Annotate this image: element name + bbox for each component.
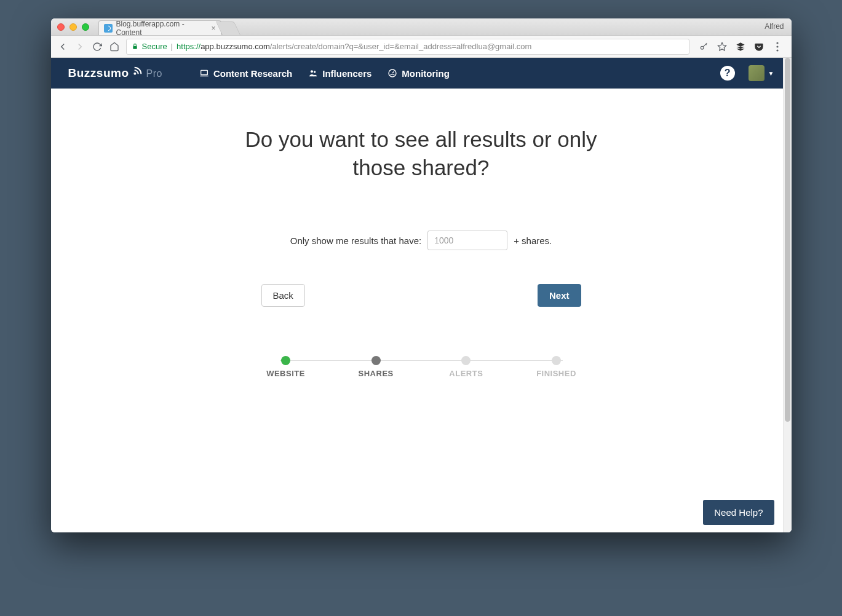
buffer-icon[interactable] [735, 41, 746, 52]
page-title: Do you want to see all results or only t… [221, 125, 621, 181]
pocket-icon[interactable] [753, 41, 765, 52]
step-label: FINISHED [536, 369, 576, 378]
window-close-button[interactable] [57, 23, 65, 31]
brand-tier: Pro [146, 68, 162, 79]
laptop-icon [199, 68, 209, 78]
user-menu[interactable]: ▼ [749, 65, 774, 81]
nav-item-monitoring[interactable]: Monitoring [387, 68, 449, 79]
tab-close-button[interactable]: × [211, 24, 215, 33]
step-label: WEBSITE [266, 369, 305, 378]
back-icon[interactable] [57, 41, 68, 52]
step-finished: FINISHED [531, 356, 581, 378]
svg-point-12 [314, 71, 316, 73]
step-dot [552, 356, 561, 365]
nav-label: Monitoring [402, 68, 449, 79]
window-minimize-button[interactable] [70, 23, 77, 31]
window-zoom-button[interactable] [82, 23, 89, 31]
traffic-lights [57, 23, 89, 31]
avatar [749, 65, 765, 81]
rss-icon [133, 66, 143, 76]
step-label: SHARES [359, 369, 394, 378]
prompt-prefix: Only show me results that have: [290, 235, 421, 246]
step-website: WEBSITE [261, 356, 311, 378]
svg-point-1 [701, 46, 704, 49]
nav-item-influencers[interactable]: Influencers [308, 68, 371, 79]
scrollbar-thumb[interactable] [785, 58, 790, 422]
svg-point-6 [776, 45, 778, 47]
prompt-suffix: + shares. [514, 235, 552, 246]
home-icon[interactable] [109, 41, 120, 52]
nav-item-content-research[interactable]: Content Research [199, 68, 292, 79]
shares-form-row: Only show me results that have: + shares… [51, 231, 792, 250]
nav-label: Content Research [213, 68, 292, 79]
window-title-bar: Blog.bufferapp.com - Content × Alfred [51, 18, 792, 36]
users-icon [308, 68, 318, 78]
need-help-button[interactable]: Need Help? [703, 500, 774, 525]
scrollbar[interactable] [783, 58, 792, 532]
step-alerts: ALERTS [442, 356, 491, 378]
profile-name: Alfred [765, 22, 784, 31]
extension-icons [696, 41, 785, 52]
step-dot [281, 356, 290, 365]
forward-icon [74, 41, 85, 52]
star-icon[interactable] [717, 41, 728, 52]
button-row: Back Next [261, 284, 581, 307]
more-icon[interactable] [772, 41, 783, 52]
step-label: ALERTS [449, 369, 483, 378]
viewport: Buzzsumo Pro Content Research Influencer… [51, 58, 792, 532]
browser-tab-active[interactable]: Blog.bufferapp.com - Content × [98, 20, 221, 35]
svg-rect-0 [133, 46, 137, 49]
svg-point-11 [311, 70, 313, 73]
progress-stepper: WEBSITE SHARES ALERTS FINISHED [261, 356, 581, 378]
key-icon[interactable] [698, 41, 709, 52]
next-button[interactable]: Next [538, 284, 581, 307]
url-text: https://app.buzzsumo.com/alerts/create/d… [177, 42, 531, 51]
dashboard-icon [387, 68, 397, 78]
secure-label: Secure [142, 42, 167, 51]
step-shares: SHARES [351, 356, 400, 378]
nav-label: Influencers [322, 68, 371, 79]
caret-down-icon: ▼ [768, 70, 774, 77]
app-window: Blog.bufferapp.com - Content × Alfred Se… [51, 18, 792, 532]
lock-icon [132, 43, 138, 50]
tab-title: Blog.bufferapp.com - Content [116, 20, 207, 37]
shares-input[interactable] [427, 231, 507, 250]
address-bar[interactable]: Secure | https://app.buzzsumo.com/alerts… [126, 39, 689, 55]
step-dot [371, 356, 381, 365]
brand-logo[interactable]: Buzzsumo Pro [68, 66, 162, 80]
svg-marker-4 [718, 42, 726, 50]
back-button[interactable]: Back [261, 284, 305, 307]
url-divider: | [171, 42, 173, 51]
svg-line-3 [705, 44, 706, 44]
svg-point-8 [134, 73, 135, 74]
page-content: Do you want to see all results or only t… [51, 89, 792, 532]
step-dot [461, 356, 471, 365]
nav-right: ? ▼ [720, 65, 774, 81]
favicon-icon [104, 24, 113, 33]
svg-point-5 [776, 42, 778, 44]
browser-toolbar: Secure | https://app.buzzsumo.com/alerts… [51, 36, 792, 58]
nav-items: Content Research Influencers Monitoring [199, 68, 450, 79]
reload-icon[interactable] [92, 41, 103, 52]
help-button[interactable]: ? [720, 66, 735, 81]
brand-name: Buzzsumo [68, 66, 129, 80]
app-navbar: Buzzsumo Pro Content Research Influencer… [51, 58, 792, 89]
svg-rect-9 [201, 70, 208, 74]
browser-tabs: Blog.bufferapp.com - Content × [98, 18, 237, 35]
svg-point-7 [776, 49, 778, 51]
